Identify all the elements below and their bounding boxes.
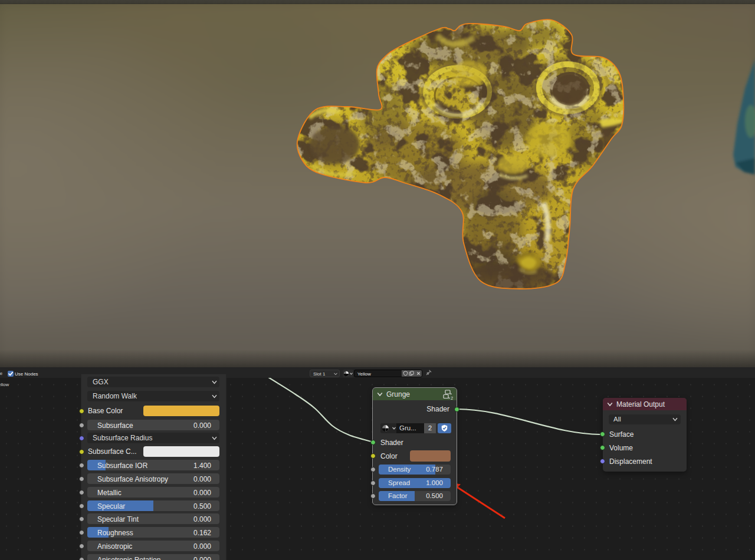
svg-text:2: 2 [451, 396, 453, 400]
